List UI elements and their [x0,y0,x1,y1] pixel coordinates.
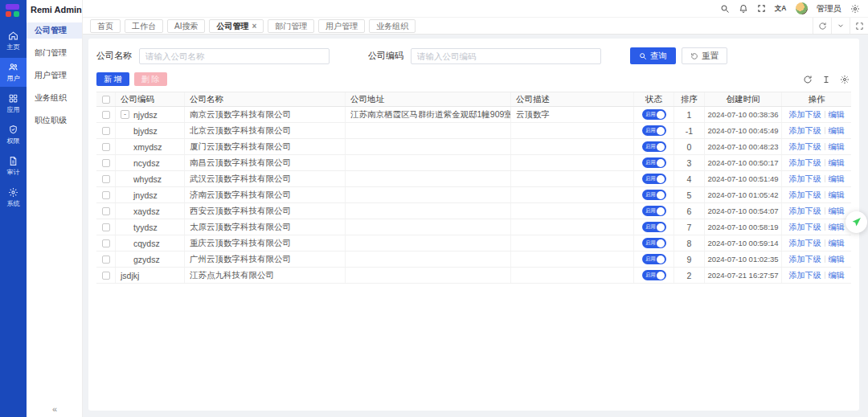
status-toggle[interactable]: 启用 [642,206,666,216]
row-checkbox[interactable] [102,143,110,151]
sidebar-item[interactable]: 业务组织 [27,90,82,106]
table-row: gzydsz 广州云顶数字科技有限公司 启用 9 2024-07-10 01:0… [96,251,851,268]
column-settings-gear-icon[interactable] [840,75,850,84]
status-toggle[interactable]: 启用 [642,238,666,248]
status-toggle[interactable]: 启用 [642,254,666,264]
content-area: 公司名称 公司编码 查询 重置 新 增 删 除 [83,35,868,417]
select-all-checkbox[interactable] [102,96,110,104]
user-name[interactable]: 管理员 [817,3,842,14]
row-checkbox[interactable] [102,191,110,199]
company-code-input[interactable] [411,48,601,64]
status-toggle[interactable]: 启用 [642,141,666,152]
add-child-link[interactable]: 添加下级 [789,270,821,281]
sort-value: 2 [674,268,705,283]
add-child-link[interactable]: 添加下级 [789,141,821,153]
toggle-knob [657,239,665,247]
tab[interactable]: 公司管理× [209,19,264,33]
add-button[interactable]: 新 增 [96,72,129,86]
reset-button[interactable]: 重置 [682,47,727,64]
add-child-link[interactable]: 添加下级 [789,222,821,233]
search-button[interactable]: 查询 [630,47,676,64]
table-row: xmydsz 厦门云顶数字科技有限公司 启用 0 2024-07-10 00:4… [96,139,851,155]
created-time: 2024-07-10 00:50:17 [705,155,782,170]
rail-item[interactable]: 审计 [0,152,27,181]
tab-close-icon[interactable]: × [252,22,256,30]
rail-item[interactable]: 应用 [0,89,27,118]
tab[interactable]: 部门管理 [268,19,314,33]
table-refresh-icon[interactable] [803,75,813,84]
user-avatar[interactable] [796,2,808,14]
add-child-link[interactable]: 添加下级 [789,254,821,265]
assistant-float-button[interactable] [845,211,867,233]
shield-icon [8,125,18,135]
edit-link[interactable]: 编辑 [829,174,845,185]
status-toggle[interactable]: 启用 [642,125,666,136]
edit-link[interactable]: 编辑 [829,206,845,217]
add-child-link[interactable]: 添加下级 [789,238,821,249]
edit-link[interactable]: 编辑 [829,125,845,137]
status-toggle[interactable]: 启用 [642,157,666,168]
row-checkbox[interactable] [102,272,110,280]
status-toggle-label: 启用 [645,223,655,231]
notification-bell-icon[interactable] [739,4,748,14]
refresh-tab-icon[interactable] [813,18,831,34]
sidebar-item[interactable]: 部门管理 [27,45,82,61]
row-checkbox[interactable] [102,256,110,264]
toggle-knob [657,191,665,199]
tree-expander-icon[interactable]: - [121,110,129,119]
language-switch-icon[interactable]: 文A [775,4,787,14]
edit-link[interactable]: 编辑 [829,141,845,153]
add-child-link[interactable]: 添加下级 [789,125,821,137]
row-checkbox[interactable] [102,223,110,231]
status-toggle[interactable]: 启用 [642,222,666,232]
edit-link[interactable]: 编辑 [829,254,845,265]
add-child-link[interactable]: 添加下级 [789,190,821,201]
tab[interactable]: 工作台 [125,19,163,33]
tab[interactable]: 业务组织 [369,19,416,33]
row-checkbox[interactable] [102,127,110,135]
edit-link[interactable]: 编辑 [829,157,845,169]
edit-link[interactable]: 编辑 [829,190,845,201]
status-toggle[interactable]: 启用 [642,174,666,184]
sidebar-item[interactable]: 公司管理 [27,22,82,39]
search-icon[interactable] [720,4,730,14]
add-child-link[interactable]: 添加下级 [789,157,821,169]
row-checkbox[interactable] [102,159,110,167]
add-child-link[interactable]: 添加下级 [789,206,821,217]
tab[interactable]: AI搜索 [167,19,205,33]
status-toggle[interactable]: 启用 [642,109,666,120]
tab-label: AI搜索 [174,22,198,31]
rail-item[interactable]: 权限 [0,121,27,149]
edit-link[interactable]: 编辑 [829,222,845,233]
audit-icon [8,156,18,166]
maximize-content-icon[interactable] [850,18,868,34]
add-child-link[interactable]: 添加下级 [789,109,821,121]
add-child-link[interactable]: 添加下级 [789,174,821,185]
row-checkbox[interactable] [102,207,110,215]
row-checkbox[interactable] [102,111,110,119]
tab[interactable]: 首页 [90,19,121,33]
rail-item[interactable]: 用户 [0,58,27,87]
sort-value: 4 [674,171,705,186]
company-desc [511,155,634,170]
row-checkbox[interactable] [102,239,110,247]
row-height-icon[interactable] [821,75,831,84]
tab[interactable]: 用户管理 [318,19,365,33]
header-operations: 操作 [782,92,851,106]
chevron-down-icon[interactable] [831,18,850,34]
fullscreen-icon[interactable] [757,4,766,13]
edit-link[interactable]: 编辑 [829,270,845,281]
company-name-input[interactable] [139,48,330,64]
status-toggle[interactable]: 启用 [642,190,666,200]
edit-link[interactable]: 编辑 [829,238,845,249]
delete-button[interactable]: 删 除 [134,72,167,86]
edit-link[interactable]: 编辑 [829,109,845,121]
sidebar-item[interactable]: 用户管理 [27,67,82,84]
sidebar-item[interactable]: 职位职级 [27,112,82,129]
sidebar-collapse-button[interactable]: « [27,404,83,414]
rail-item[interactable]: 主页 [0,27,27,55]
row-checkbox[interactable] [102,175,110,183]
status-toggle[interactable]: 启用 [642,270,666,280]
rail-item[interactable]: 系统 [0,183,27,212]
settings-gear-icon[interactable] [850,4,860,14]
